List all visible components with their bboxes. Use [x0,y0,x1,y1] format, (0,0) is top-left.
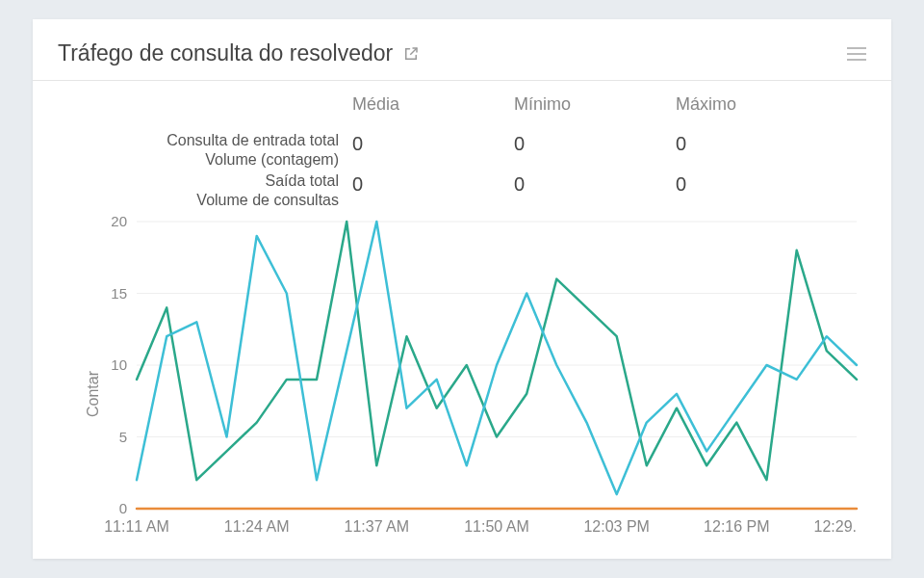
outgoing-maximo: 0 [676,170,837,196]
svg-text:12:03 PM: 12:03 PM [583,518,649,535]
col-header-media: Média [352,91,514,115]
open-external-icon[interactable] [402,45,420,63]
card-header: Tráfego de consulta do resolvedor [33,19,891,81]
stats-header-row: Média Mínimo Máximo [33,91,891,129]
svg-text:11:11 AM: 11:11 AM [104,518,169,535]
col-header-minimo: Mínimo [514,91,676,115]
resolver-traffic-card: Tráfego de consulta do resolvedor Média … [33,19,891,559]
incoming-minimo: 0 [514,129,676,155]
hamburger-menu-icon[interactable] [847,44,866,64]
svg-text:0: 0 [119,500,127,516]
line-chart: 0510152011:11 AM11:24 AM11:37 AM11:50 AM… [90,216,866,543]
svg-text:12:29.: 12:29. [814,518,857,535]
incoming-maximo: 0 [676,129,837,155]
y-axis-label: Contar [85,371,102,417]
col-header-maximo: Máximo [676,91,837,115]
svg-text:11:24 AM: 11:24 AM [224,518,290,535]
outgoing-minimo: 0 [514,170,676,196]
svg-text:10: 10 [111,356,127,373]
row-label-incoming: Consulta de entrada total Volume (contag… [33,129,352,170]
chart-area: Contar 0510152011:11 AM11:24 AM11:37 AM1… [90,216,866,543]
incoming-media: 0 [352,129,514,155]
svg-text:11:50 AM: 11:50 AM [464,518,529,535]
outgoing-media: 0 [352,170,514,196]
svg-text:12:16 PM: 12:16 PM [704,518,769,535]
svg-text:11:37 AM: 11:37 AM [345,518,410,535]
stats-row-incoming: Consulta de entrada total Volume (contag… [33,129,891,170]
stats-row-outgoing: Saída total Volume de consultas 0 0 0 [33,170,891,210]
svg-text:15: 15 [111,285,127,302]
stats-table: Média Mínimo Máximo Consulta de entrada … [33,81,891,210]
svg-text:20: 20 [111,213,127,229]
svg-text:5: 5 [119,429,127,445]
row-label-outgoing: Saída total Volume de consultas [33,170,352,210]
card-title: Tráfego de consulta do resolvedor [58,40,393,66]
